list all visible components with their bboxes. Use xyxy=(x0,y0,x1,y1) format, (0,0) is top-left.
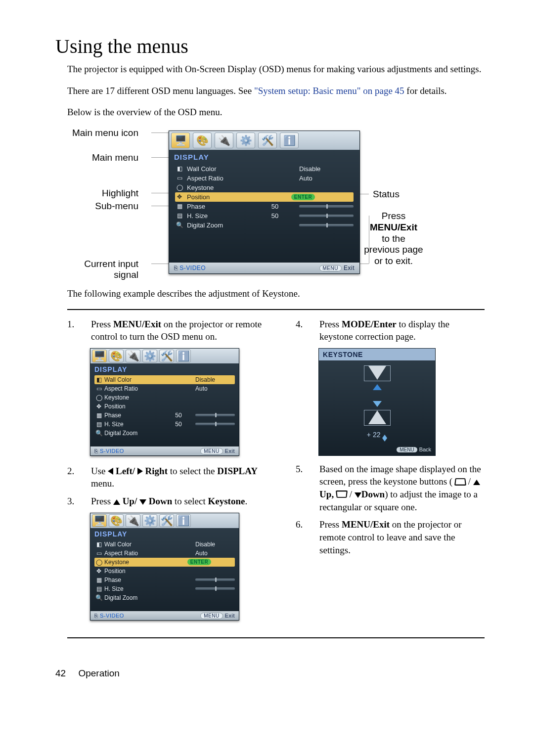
osd-tab-picture[interactable]: 🎨 xyxy=(109,514,124,527)
page-number: 42 xyxy=(55,668,66,678)
osd-tab-bar: 🖥️ 🎨 🔌 ⚙️ 🛠️ ℹ️ xyxy=(90,349,239,363)
osd-tab-info[interactable]: ℹ️ xyxy=(176,514,191,527)
osd-item-label: Keystone xyxy=(187,184,251,191)
phase-icon: ▦ xyxy=(175,203,184,210)
osd-tab-picture[interactable]: 🎨 xyxy=(109,350,124,362)
intro-paragraph-2: There are 17 different OSD menu language… xyxy=(67,85,485,97)
keystone-icon: ◯ xyxy=(94,394,103,401)
osd-item-position[interactable]: ✥ Position xyxy=(94,567,235,576)
osd-tab-system-basic[interactable]: ⚙️ xyxy=(142,514,157,527)
osd-item-keystone[interactable]: ◯ Keystone ENTER xyxy=(94,558,235,567)
osd-tab-picture[interactable]: 🎨 xyxy=(193,133,212,148)
info-icon: ℹ️ xyxy=(178,515,190,527)
t: Up, xyxy=(319,489,334,499)
osd-tab-info[interactable]: ℹ️ xyxy=(280,133,299,148)
info-icon: ℹ️ xyxy=(178,350,190,362)
osd-tab-system-basic[interactable]: ⚙️ xyxy=(142,350,157,362)
slider-icon xyxy=(299,205,354,208)
zoom-icon: 🔍 xyxy=(94,430,103,437)
step-1-a: Press xyxy=(91,319,113,329)
annot-status: Status xyxy=(364,189,408,200)
osd-item-wall-color[interactable]: ◧ Wall Color Disable xyxy=(175,164,354,174)
osd-item-label: Wall Color xyxy=(187,165,251,173)
intro-2a: There are 17 different OSD menu language… xyxy=(67,86,254,96)
t: menu. xyxy=(91,478,114,489)
osd-item-position[interactable]: ✥ Position xyxy=(94,402,235,411)
osd-item-label: Phase xyxy=(104,412,162,419)
osd-tab-system-basic[interactable]: ⚙️ xyxy=(236,133,255,148)
position-icon: ✥ xyxy=(94,568,103,575)
wall-color-icon: ◧ xyxy=(94,541,103,548)
slider-icon xyxy=(195,414,235,416)
osd-item-label: Wall Color xyxy=(104,376,162,383)
intro-paragraph-3: Below is the overview of the OSD menu. xyxy=(67,106,485,119)
t: MENU/Exit xyxy=(342,519,390,530)
osd-tab-source[interactable]: 🔌 xyxy=(126,350,140,362)
aspect-icon: ▭ xyxy=(94,550,103,557)
menu-pill: MENU xyxy=(200,613,222,619)
wall-color-icon: ◧ xyxy=(94,376,103,383)
osd-item-value: Auto xyxy=(299,175,354,182)
source-icon: 🔌 xyxy=(218,134,230,146)
osd-title: DISPLAY xyxy=(169,150,359,163)
osd-item-label: Digital Zoom xyxy=(104,430,162,437)
osd-item-value: 50 xyxy=(253,212,297,220)
annot-press-3: to the previous page or to exit. xyxy=(364,233,423,267)
system-setup-link[interactable]: "System setup: Basic menu" on page 45 xyxy=(254,86,404,96)
osd-item-hsize[interactable]: ▤ H. Size 50 xyxy=(175,211,354,221)
osd-tab-source[interactable]: 🔌 xyxy=(215,133,233,148)
osd-item-wall-color[interactable]: ◧ Wall Color Disable xyxy=(94,540,235,549)
osd-tab-system-adv[interactable]: 🛠️ xyxy=(258,133,277,148)
t: to select the xyxy=(168,466,217,476)
source-plug-icon: ⎘ xyxy=(174,265,178,271)
down-arrow-icon[interactable] xyxy=(373,401,382,407)
osd-tab-info[interactable]: ℹ️ xyxy=(176,350,191,362)
down-arrow-icon xyxy=(139,499,146,505)
osd-item-label: H. Size xyxy=(104,421,162,428)
osd-tab-system-adv[interactable]: 🛠️ xyxy=(159,350,174,362)
osd-tab-display[interactable]: 🖥️ xyxy=(92,514,107,527)
step-6-body: Press MENU/Exit on the projector or remo… xyxy=(319,518,485,556)
osd-footer-source: S-VIDEO xyxy=(100,613,124,619)
t: Press xyxy=(91,496,113,506)
settings-basic-icon: ⚙️ xyxy=(240,134,252,146)
osd-item-digital-zoom[interactable]: 🔍 Digital Zoom xyxy=(94,593,235,602)
source-plug-icon: ⎘ xyxy=(94,613,98,619)
step-4-body: Press MODE/Enter to display the keystone… xyxy=(319,318,485,343)
osd-item-position[interactable]: ✥ Position ENTER xyxy=(175,192,354,202)
osd-item-aspect-ratio[interactable]: ▭ Aspect Ratio Auto xyxy=(94,549,235,558)
osd-footer: ⎘ S-VIDEO MENUExit xyxy=(169,263,359,273)
osd-item-hsize[interactable]: ▤ H. Size 50 xyxy=(94,420,235,429)
osd-tab-source[interactable]: 🔌 xyxy=(126,514,140,527)
osd-item-phase[interactable]: ▦ Phase 50 xyxy=(175,202,354,211)
zoom-icon: 🔍 xyxy=(94,594,103,601)
step-number-6: 6. xyxy=(296,518,319,556)
osd-tab-system-adv[interactable]: 🛠️ xyxy=(159,514,174,527)
up-arrow-icon[interactable] xyxy=(373,384,382,390)
settings-adv-icon: 🛠️ xyxy=(161,515,173,527)
osd-item-hsize[interactable]: ▤ H. Size xyxy=(94,584,235,593)
annot-press-1: Press xyxy=(382,211,406,221)
settings-basic-icon: ⚙️ xyxy=(144,515,156,527)
osd-item-aspect-ratio[interactable]: ▭ Aspect Ratio Auto xyxy=(94,384,235,393)
osd-tab-display[interactable]: 🖥️ xyxy=(171,133,190,148)
osd-item-keystone[interactable]: ◯ Keystone xyxy=(94,393,235,402)
osd-item-phase[interactable]: ▦ Phase 50 xyxy=(94,411,235,420)
osd-item-wall-color[interactable]: ◧ Wall Color Disable xyxy=(94,375,235,384)
step-3-body: Press Up/ Down to select Keystone. xyxy=(91,495,276,508)
annot-sub-menu: Sub-menu xyxy=(95,201,138,212)
left-arrow-icon xyxy=(108,468,113,475)
t: Press xyxy=(319,319,342,329)
t: DISPLAY xyxy=(217,466,258,476)
osd-item-digital-zoom[interactable]: 🔍 Digital Zoom xyxy=(175,221,354,230)
osd-item-keystone[interactable]: ◯ Keystone xyxy=(175,183,354,192)
osd-tab-display[interactable]: 🖥️ xyxy=(92,350,107,362)
t: to select xyxy=(172,496,208,506)
osd-item-value: Auto xyxy=(195,550,235,557)
trapezoid-top-wide-icon xyxy=(368,366,386,380)
osd-item-digital-zoom[interactable]: 🔍 Digital Zoom xyxy=(94,429,235,438)
osd-item-aspect-ratio[interactable]: ▭ Aspect Ratio Auto xyxy=(175,174,354,183)
step-number-2: 2. xyxy=(67,465,91,490)
osd-item-phase[interactable]: ▦ Phase xyxy=(94,576,235,584)
position-icon: ✥ xyxy=(175,193,184,200)
